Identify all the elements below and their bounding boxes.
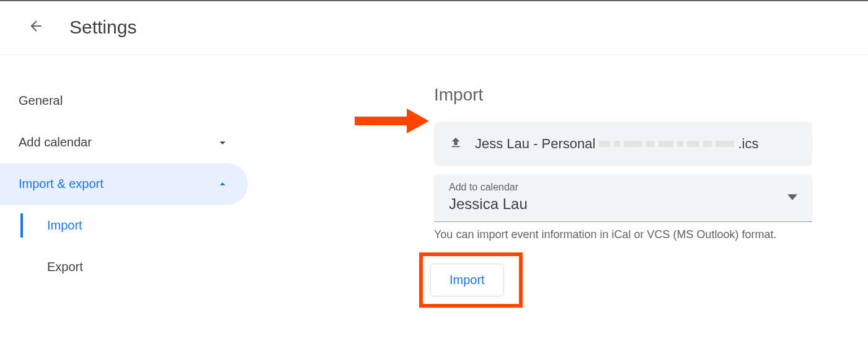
annotation-arrow-icon xyxy=(355,109,429,136)
file-name-prefix: Jess Lau - Personal xyxy=(475,136,595,152)
sidebar: General Add calendar Import & export Imp… xyxy=(0,55,248,308)
section-heading: Import xyxy=(434,85,868,105)
sidebar-subitem-label: Import xyxy=(47,218,82,232)
sidebar-item-label: Add calendar xyxy=(19,135,92,149)
chevron-down-icon xyxy=(216,136,229,149)
back-button[interactable] xyxy=(24,15,48,40)
sidebar-item-import-export[interactable]: Import & export xyxy=(0,163,248,205)
sidebar-subitem-label: Export xyxy=(47,260,83,274)
file-name-suffix: .ics xyxy=(738,136,758,152)
sidebar-subitem-export[interactable]: Export xyxy=(0,246,248,288)
chevron-up-icon xyxy=(216,177,229,191)
import-button-label: Import xyxy=(450,273,485,287)
caret-down-icon xyxy=(787,192,797,203)
svg-marker-1 xyxy=(407,109,429,133)
file-picker-field[interactable]: Jess Lau - Personal .ics xyxy=(434,122,812,166)
upload-icon xyxy=(449,136,463,152)
header-bar: Settings xyxy=(0,1,868,55)
sidebar-item-label: Import & export xyxy=(19,177,104,191)
sidebar-item-add-calendar[interactable]: Add calendar xyxy=(0,122,248,163)
select-value: Jessica Lau xyxy=(449,195,528,213)
sidebar-item-label: General xyxy=(19,94,63,108)
annotation-highlight-box: Import xyxy=(419,252,523,308)
sidebar-subitem-import[interactable]: Import xyxy=(0,205,248,246)
svg-marker-2 xyxy=(787,194,797,200)
select-label: Add to calendar xyxy=(449,182,528,193)
calendar-select[interactable]: Add to calendar Jessica Lau xyxy=(434,174,812,222)
redacted-segment xyxy=(599,141,734,147)
svg-rect-0 xyxy=(355,117,408,125)
import-button[interactable]: Import xyxy=(430,264,504,296)
main-panel: Import Jess Lau - Personal .ics xyxy=(248,55,868,308)
helper-text: You can import event information in iCal… xyxy=(434,228,868,241)
sidebar-item-general[interactable]: General xyxy=(0,80,248,122)
selected-file-name: Jess Lau - Personal .ics xyxy=(475,136,758,152)
arrow-left-icon xyxy=(28,18,44,37)
page-title: Settings xyxy=(69,17,136,38)
